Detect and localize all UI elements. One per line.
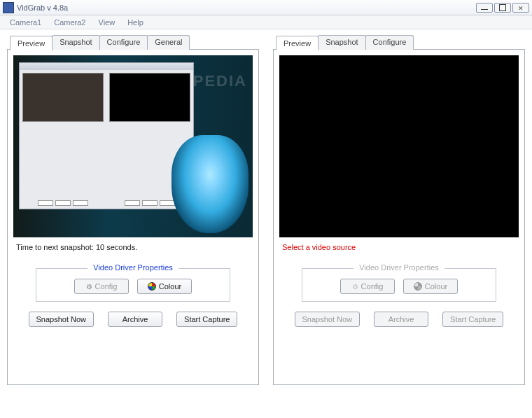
camera1-tabs: Preview Snapshot Configure General <box>10 35 259 50</box>
colour-label-2: Colour <box>425 282 447 291</box>
snapshot-now-button[interactable]: Snapshot Now <box>29 312 94 327</box>
app-icon <box>3 2 14 13</box>
camera1-group-title: Video Driver Properties <box>88 263 178 272</box>
tab-preview-2[interactable]: Preview <box>276 36 318 50</box>
config-button[interactable]: Config <box>74 279 129 294</box>
camera1-pane: Preview Snapshot Configure General SOFTP… <box>0 29 266 417</box>
title-bar: VidGrab v 4.8a <box>0 0 532 15</box>
camera2-status: Select a video source <box>282 243 516 251</box>
config-label-2: Config <box>361 282 384 291</box>
maximize-button[interactable] <box>494 3 511 13</box>
camera1-actions: Snapshot Now Archive Start Capture <box>13 312 253 327</box>
camera2-group-title: Video Driver Properties <box>354 263 444 272</box>
menu-view[interactable]: View <box>93 17 121 28</box>
camera2-tabs: Preview Snapshot Configure <box>276 35 525 50</box>
menu-help[interactable]: Help <box>122 17 149 28</box>
camera2-panel: Select a video source Video Driver Prope… <box>273 49 525 385</box>
window-controls <box>476 3 529 13</box>
start-capture-button-2: Start Capture <box>442 312 503 327</box>
minimize-icon <box>481 6 488 10</box>
nested-window-preview <box>19 62 194 209</box>
config-icon <box>86 282 92 291</box>
colour-wheel-icon <box>414 282 422 291</box>
camera1-panel: SOFTPEDIA Time to next snapshot: 10 seco… <box>7 49 259 385</box>
menu-camera1[interactable]: Camera1 <box>4 17 47 28</box>
colour-button-2: Colour <box>403 279 458 294</box>
colour-wheel-icon <box>148 282 156 291</box>
menu-camera2[interactable]: Camera2 <box>48 17 91 28</box>
camera2-actions: Snapshot Now Archive Start Capture <box>279 312 519 327</box>
config-label: Config <box>95 282 118 291</box>
menu-bar: Camera1 Camera2 View Help <box>0 15 532 29</box>
camera2-video <box>279 55 519 237</box>
tab-snapshot[interactable]: Snapshot <box>52 35 99 50</box>
start-capture-button[interactable]: Start Capture <box>176 312 237 327</box>
tab-snapshot-2[interactable]: Snapshot <box>318 35 365 50</box>
minimize-button[interactable] <box>476 3 493 13</box>
close-icon <box>518 4 524 12</box>
window-title: VidGrab v 4.8a <box>17 4 476 12</box>
close-button[interactable] <box>512 3 529 13</box>
camera2-pane: Preview Snapshot Configure Select a vide… <box>266 29 532 417</box>
colour-label: Colour <box>159 282 181 291</box>
tab-configure[interactable]: Configure <box>99 35 148 50</box>
maximize-icon <box>499 4 506 11</box>
config-button-2: Config <box>340 279 395 294</box>
archive-button-2: Archive <box>374 312 428 327</box>
camera2-driver-group: Video Driver Properties Config Colour <box>302 268 496 302</box>
camera1-status: Time to next snapshot: 10 seconds. <box>16 243 250 251</box>
tab-preview[interactable]: Preview <box>10 36 52 50</box>
workspace: Preview Snapshot Configure General SOFTP… <box>0 29 532 417</box>
archive-button[interactable]: Archive <box>108 312 162 327</box>
config-icon <box>352 282 358 291</box>
tab-general[interactable]: General <box>147 35 190 50</box>
camera1-video: SOFTPEDIA <box>13 55 253 237</box>
tab-configure-2[interactable]: Configure <box>365 35 414 50</box>
camera1-driver-group: Video Driver Properties Config Colour <box>36 268 230 302</box>
camera1-scene: SOFTPEDIA <box>13 55 253 237</box>
colour-button[interactable]: Colour <box>137 279 192 294</box>
snapshot-now-button-2: Snapshot Now <box>295 312 360 327</box>
face-graphic <box>172 135 248 233</box>
